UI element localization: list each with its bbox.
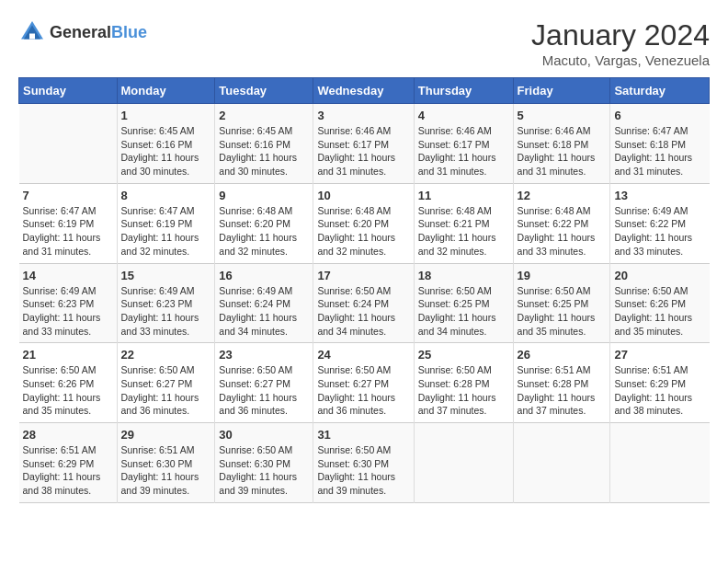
day-number: 30	[219, 428, 309, 442]
logo: GeneralBlue	[18, 18, 147, 46]
day-header-tuesday: Tuesday	[215, 78, 313, 104]
calendar-cell: 12Sunrise: 6:48 AMSunset: 6:22 PMDayligh…	[513, 183, 610, 263]
calendar-cell: 30Sunrise: 6:50 AMSunset: 6:30 PMDayligh…	[215, 423, 313, 503]
calendar-cell	[610, 423, 710, 503]
calendar-cell: 20Sunrise: 6:50 AMSunset: 6:26 PMDayligh…	[610, 263, 710, 343]
calendar-week-4: 21Sunrise: 6:50 AMSunset: 6:26 PMDayligh…	[19, 343, 710, 423]
day-number: 11	[418, 189, 509, 202]
day-number: 10	[317, 189, 409, 202]
day-info: Sunrise: 6:49 AMSunset: 6:23 PMDaylight:…	[23, 284, 113, 339]
day-number: 8	[121, 189, 211, 202]
day-info: Sunrise: 6:46 AMSunset: 6:17 PMDaylight:…	[418, 124, 509, 178]
calendar-cell: 8Sunrise: 6:47 AMSunset: 6:19 PMDaylight…	[117, 183, 215, 263]
calendar-cell: 16Sunrise: 6:49 AMSunset: 6:24 PMDayligh…	[215, 263, 313, 343]
calendar-cell: 26Sunrise: 6:51 AMSunset: 6:28 PMDayligh…	[513, 343, 610, 423]
calendar-cell: 28Sunrise: 6:51 AMSunset: 6:29 PMDayligh…	[19, 423, 118, 503]
day-info: Sunrise: 6:45 AMSunset: 6:16 PMDaylight:…	[219, 124, 309, 178]
day-info: Sunrise: 6:50 AMSunset: 6:24 PMDaylight:…	[317, 284, 409, 339]
day-info: Sunrise: 6:50 AMSunset: 6:27 PMDaylight:…	[317, 363, 409, 418]
calendar-subtitle: Macuto, Vargas, Venezuela	[531, 52, 710, 68]
calendar-cell: 6Sunrise: 6:47 AMSunset: 6:18 PMDaylight…	[610, 104, 710, 184]
day-number: 16	[219, 269, 309, 282]
calendar-week-1: 1Sunrise: 6:45 AMSunset: 6:16 PMDaylight…	[19, 104, 710, 184]
calendar-cell: 1Sunrise: 6:45 AMSunset: 6:16 PMDaylight…	[117, 104, 215, 184]
calendar-cell: 18Sunrise: 6:50 AMSunset: 6:25 PMDayligh…	[414, 263, 513, 343]
day-info: Sunrise: 6:50 AMSunset: 6:27 PMDaylight:…	[219, 363, 309, 418]
day-info: Sunrise: 6:47 AMSunset: 6:19 PMDaylight:…	[23, 204, 113, 259]
day-info: Sunrise: 6:51 AMSunset: 6:29 PMDaylight:…	[23, 443, 113, 498]
day-info: Sunrise: 6:51 AMSunset: 6:29 PMDaylight:…	[614, 363, 705, 418]
calendar-cell: 29Sunrise: 6:51 AMSunset: 6:30 PMDayligh…	[117, 423, 215, 503]
calendar-body: 1Sunrise: 6:45 AMSunset: 6:16 PMDaylight…	[19, 104, 710, 503]
title-block: January 2024 Macuto, Vargas, Venezuela	[531, 18, 710, 68]
day-header-saturday: Saturday	[610, 78, 710, 104]
day-number: 28	[23, 428, 113, 442]
day-number: 7	[23, 189, 113, 202]
calendar-cell: 31Sunrise: 6:50 AMSunset: 6:30 PMDayligh…	[313, 423, 414, 503]
day-number: 13	[614, 189, 705, 202]
day-number: 2	[219, 109, 309, 122]
day-number: 31	[317, 428, 409, 442]
day-info: Sunrise: 6:48 AMSunset: 6:21 PMDaylight:…	[418, 204, 509, 259]
header-row: SundayMondayTuesdayWednesdayThursdayFrid…	[19, 78, 710, 104]
day-number: 24	[317, 348, 409, 362]
day-header-thursday: Thursday	[414, 78, 513, 104]
svg-rect-2	[29, 34, 35, 40]
calendar-cell: 11Sunrise: 6:48 AMSunset: 6:21 PMDayligh…	[414, 183, 513, 263]
day-number: 25	[418, 348, 509, 362]
calendar-cell: 21Sunrise: 6:50 AMSunset: 6:26 PMDayligh…	[19, 343, 118, 423]
day-number: 22	[121, 348, 211, 362]
calendar-cell: 3Sunrise: 6:46 AMSunset: 6:17 PMDaylight…	[313, 104, 414, 184]
day-info: Sunrise: 6:46 AMSunset: 6:17 PMDaylight:…	[317, 124, 409, 178]
calendar-cell: 22Sunrise: 6:50 AMSunset: 6:27 PMDayligh…	[117, 343, 215, 423]
calendar-cell: 24Sunrise: 6:50 AMSunset: 6:27 PMDayligh…	[313, 343, 414, 423]
calendar-cell: 9Sunrise: 6:48 AMSunset: 6:20 PMDaylight…	[215, 183, 313, 263]
day-number: 17	[317, 269, 409, 282]
day-info: Sunrise: 6:47 AMSunset: 6:18 PMDaylight:…	[614, 124, 705, 178]
calendar-cell: 4Sunrise: 6:46 AMSunset: 6:17 PMDaylight…	[414, 104, 513, 184]
day-info: Sunrise: 6:51 AMSunset: 6:30 PMDaylight:…	[121, 443, 211, 498]
logo-general: General	[50, 23, 111, 41]
day-info: Sunrise: 6:46 AMSunset: 6:18 PMDaylight:…	[518, 124, 607, 178]
day-number: 21	[23, 348, 113, 362]
calendar-cell: 17Sunrise: 6:50 AMSunset: 6:24 PMDayligh…	[313, 263, 414, 343]
calendar-title: January 2024	[531, 18, 710, 52]
day-info: Sunrise: 6:49 AMSunset: 6:24 PMDaylight:…	[219, 284, 309, 339]
day-number: 14	[23, 269, 113, 282]
day-info: Sunrise: 6:48 AMSunset: 6:22 PMDaylight:…	[518, 204, 607, 259]
day-header-monday: Monday	[117, 78, 215, 104]
calendar-table: SundayMondayTuesdayWednesdayThursdayFrid…	[18, 77, 710, 503]
logo-blue: Blue	[111, 23, 147, 41]
calendar-cell: 5Sunrise: 6:46 AMSunset: 6:18 PMDaylight…	[513, 104, 610, 184]
day-info: Sunrise: 6:48 AMSunset: 6:20 PMDaylight:…	[219, 204, 309, 259]
day-info: Sunrise: 6:45 AMSunset: 6:16 PMDaylight:…	[121, 124, 211, 178]
calendar-cell: 23Sunrise: 6:50 AMSunset: 6:27 PMDayligh…	[215, 343, 313, 423]
day-info: Sunrise: 6:50 AMSunset: 6:30 PMDaylight:…	[219, 443, 309, 498]
day-number: 29	[121, 428, 211, 442]
calendar-header: SundayMondayTuesdayWednesdayThursdayFrid…	[19, 78, 710, 104]
calendar-cell: 7Sunrise: 6:47 AMSunset: 6:19 PMDaylight…	[19, 183, 118, 263]
calendar-week-3: 14Sunrise: 6:49 AMSunset: 6:23 PMDayligh…	[19, 263, 710, 343]
day-info: Sunrise: 6:47 AMSunset: 6:19 PMDaylight:…	[121, 204, 211, 259]
day-number: 19	[518, 269, 607, 282]
day-info: Sunrise: 6:50 AMSunset: 6:28 PMDaylight:…	[418, 363, 509, 418]
day-info: Sunrise: 6:48 AMSunset: 6:20 PMDaylight:…	[317, 204, 409, 259]
day-info: Sunrise: 6:50 AMSunset: 6:25 PMDaylight:…	[418, 284, 509, 339]
day-number: 9	[219, 189, 309, 202]
calendar-week-5: 28Sunrise: 6:51 AMSunset: 6:29 PMDayligh…	[19, 423, 710, 503]
day-number: 15	[121, 269, 211, 282]
day-number: 6	[614, 109, 705, 122]
calendar-cell: 19Sunrise: 6:50 AMSunset: 6:25 PMDayligh…	[513, 263, 610, 343]
calendar-cell	[414, 423, 513, 503]
day-number: 20	[614, 269, 705, 282]
day-number: 5	[518, 109, 607, 122]
logo-icon	[18, 18, 46, 46]
day-number: 4	[418, 109, 509, 122]
day-info: Sunrise: 6:49 AMSunset: 6:23 PMDaylight:…	[121, 284, 211, 339]
day-info: Sunrise: 6:50 AMSunset: 6:26 PMDaylight:…	[23, 363, 113, 418]
calendar-cell: 10Sunrise: 6:48 AMSunset: 6:20 PMDayligh…	[313, 183, 414, 263]
day-header-friday: Friday	[513, 78, 610, 104]
day-info: Sunrise: 6:49 AMSunset: 6:22 PMDaylight:…	[614, 204, 705, 259]
day-number: 3	[317, 109, 409, 122]
page-header: GeneralBlue January 2024 Macuto, Vargas,…	[18, 18, 710, 68]
